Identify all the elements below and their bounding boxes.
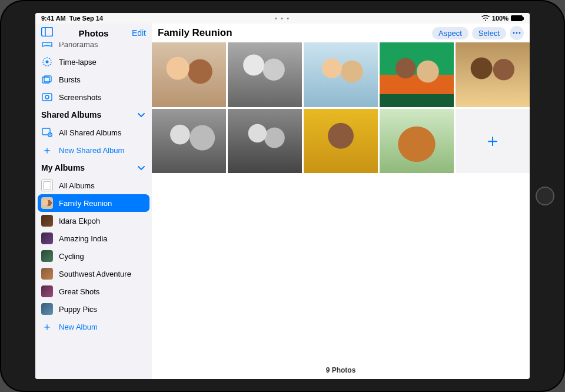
sidebar-header: Photos Edit: [35, 24, 152, 42]
sidebar-toggle-icon[interactable]: [41, 27, 53, 39]
sidebar-item-label: All Albums: [59, 181, 95, 190]
photo-grid: ＋: [152, 42, 530, 173]
wifi-icon: [481, 15, 490, 21]
sidebar-item-timelapse[interactable]: Time-lapse: [35, 53, 152, 71]
section-title: Shared Albums: [41, 110, 101, 119]
sidebar-item-label: Cycling: [59, 252, 84, 261]
status-time: 9:41 AM: [41, 15, 66, 22]
ellipsis-icon: [513, 32, 521, 34]
sidebar-item-label: Bursts: [59, 75, 81, 84]
sidebar-item-idara-ekpoh[interactable]: Idara Ekpoh: [35, 212, 152, 230]
new-shared-album-button[interactable]: ＋ New Shared Album: [35, 141, 152, 159]
section-shared-albums[interactable]: Shared Albums: [35, 106, 152, 124]
album-title: Family Reunion: [158, 27, 232, 39]
panorama-icon: [41, 42, 53, 50]
chevron-down-icon: [138, 110, 145, 119]
sidebar-item-label: All Shared Albums: [59, 128, 121, 137]
albums-stack-icon: [41, 180, 53, 191]
sidebar-item-cycling[interactable]: Cycling: [35, 247, 152, 265]
album-thumb: [41, 303, 53, 315]
sidebar-item-label: Great Shots: [59, 287, 99, 296]
sidebar-item-great-shots[interactable]: Great Shots: [35, 283, 152, 300]
screen: 9:41 AM Tue Sep 14 • • • 100%: [35, 13, 530, 379]
photo-count: 9 Photos: [152, 363, 530, 379]
sidebar-scroll[interactable]: Panoramas Time-lapse Bursts: [35, 42, 152, 379]
sidebar-item-label: Idara Ekpoh: [59, 217, 100, 225]
album-thumb: [41, 268, 53, 280]
sidebar-item-southwest-adventure[interactable]: Southwest Adventure: [35, 265, 152, 283]
album-thumb: [41, 232, 53, 244]
sidebar: Photos Edit Panoramas Time-laps: [35, 24, 152, 379]
photo-thumbnail[interactable]: [228, 109, 302, 174]
select-button[interactable]: Select: [472, 27, 506, 39]
shared-album-icon: [41, 127, 53, 138]
status-bar: 9:41 AM Tue Sep 14 • • • 100%: [35, 13, 530, 24]
photo-thumbnail[interactable]: [152, 109, 226, 174]
sidebar-item-label: Southwest Adventure: [59, 270, 131, 278]
svg-point-13: [519, 32, 521, 34]
sidebar-item-label: Family Reunion: [59, 199, 112, 208]
section-title: My Albums: [41, 163, 85, 172]
svg-rect-0: [42, 28, 53, 36]
album-thumb: [41, 215, 53, 227]
sidebar-item-family-reunion[interactable]: Family Reunion: [38, 194, 149, 212]
sidebar-item-label: Screenshots: [59, 93, 101, 102]
action-label: New Album: [59, 323, 98, 331]
photo-thumbnail[interactable]: [228, 42, 302, 107]
status-date: Tue Sep 14: [69, 15, 103, 22]
sidebar-item-label: Time-lapse: [59, 58, 97, 67]
battery-icon: [511, 15, 524, 21]
sidebar-item-label: Amazing India: [59, 234, 107, 243]
sidebar-item-screenshots[interactable]: Screenshots: [35, 88, 152, 106]
chevron-down-icon: [138, 163, 145, 172]
svg-point-10: [49, 134, 51, 135]
ipad-frame: 9:41 AM Tue Sep 14 • • • 100%: [0, 0, 565, 392]
photo-thumbnail[interactable]: [380, 42, 454, 107]
action-label: New Shared Album: [59, 146, 124, 155]
bursts-icon: [41, 74, 53, 85]
album-thumb: [41, 250, 53, 262]
edit-button[interactable]: Edit: [132, 28, 146, 38]
plus-icon: ＋: [484, 129, 501, 153]
new-album-button[interactable]: ＋ New Album: [35, 318, 152, 335]
aspect-button[interactable]: Aspect: [432, 27, 468, 39]
screenshots-icon: [41, 91, 53, 103]
album-thumb: [41, 285, 53, 297]
svg-rect-6: [42, 94, 52, 101]
sidebar-item-all-shared[interactable]: All Shared Albums: [35, 124, 152, 141]
section-my-albums[interactable]: My Albums: [35, 159, 152, 177]
content-header: Family Reunion Aspect Select: [152, 24, 530, 42]
plus-icon: ＋: [41, 144, 53, 156]
plus-icon: ＋: [41, 321, 53, 333]
svg-point-12: [516, 32, 518, 34]
photo-thumbnail[interactable]: [456, 42, 530, 107]
add-photo-button[interactable]: ＋: [456, 109, 530, 174]
svg-point-3: [46, 61, 49, 64]
more-button[interactable]: [510, 26, 524, 40]
sidebar-item-all-albums[interactable]: All Albums: [35, 177, 152, 194]
svg-point-7: [45, 95, 49, 99]
sidebar-item-label: Panoramas: [59, 42, 98, 49]
sidebar-item-bursts[interactable]: Bursts: [35, 71, 152, 88]
content: Family Reunion Aspect Select: [152, 24, 530, 379]
sidebar-item-puppy-pics[interactable]: Puppy Pics: [35, 300, 152, 318]
home-button[interactable]: [536, 187, 554, 205]
timelapse-icon: [41, 56, 53, 68]
sidebar-title: Photos: [79, 28, 109, 38]
photo-thumbnail[interactable]: [152, 42, 226, 107]
app: Photos Edit Panoramas Time-laps: [35, 24, 530, 379]
photo-thumbnail[interactable]: [380, 109, 454, 174]
svg-point-11: [513, 32, 515, 34]
battery-percent: 100%: [492, 15, 508, 22]
photo-thumbnail[interactable]: [304, 42, 378, 107]
album-thumb: [41, 197, 53, 209]
sidebar-item-label: Puppy Pics: [59, 305, 97, 314]
photo-thumbnail[interactable]: [304, 109, 378, 174]
sidebar-item-amazing-india[interactable]: Amazing India: [35, 230, 152, 247]
sidebar-item-panoramas[interactable]: Panoramas: [35, 42, 152, 53]
multitask-dots-icon[interactable]: • • •: [275, 15, 290, 22]
